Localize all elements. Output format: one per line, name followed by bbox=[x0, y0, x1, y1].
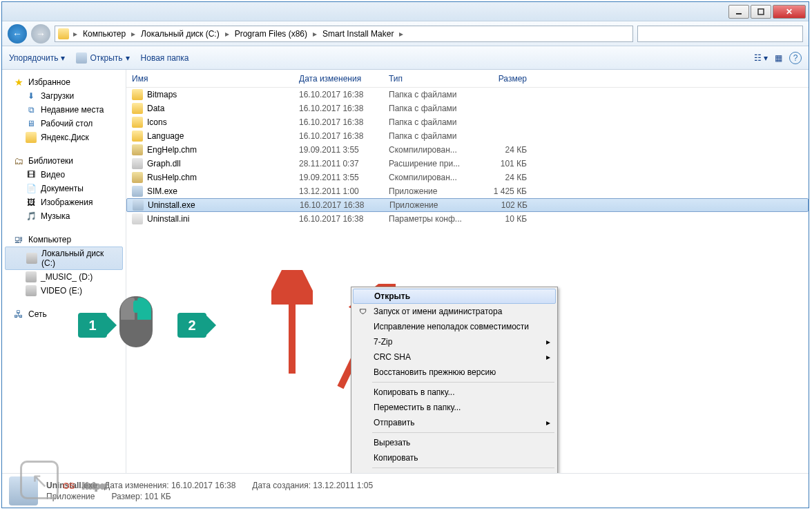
back-button[interactable]: ← bbox=[8, 24, 27, 44]
sidebar-item-drive-c[interactable]: Локальный диск (C:) bbox=[5, 247, 123, 270]
folder-icon bbox=[132, 103, 143, 114]
sidebar-item-drive-e[interactable]: VIDEO (E:) bbox=[2, 284, 126, 298]
column-headers: Имя Дата изменения Тип Размер bbox=[126, 70, 809, 88]
star-icon: ★ bbox=[13, 77, 24, 88]
file-row[interactable]: Uninstall.exe16.10.2017 16:38Приложение1… bbox=[126, 198, 809, 212]
col-size[interactable]: Размер bbox=[478, 74, 534, 84]
folder-icon bbox=[58, 28, 69, 39]
minimize-button[interactable] bbox=[728, 5, 749, 19]
organize-button[interactable]: Упорядочить ▾ bbox=[9, 53, 65, 63]
col-type[interactable]: Тип bbox=[389, 74, 478, 84]
menu-item[interactable]: CRC SHA▸ bbox=[353, 349, 556, 365]
shield-icon: 🛡 bbox=[357, 306, 368, 317]
forward-button[interactable]: → bbox=[31, 24, 50, 44]
chm-icon bbox=[132, 172, 143, 183]
sidebar-favorites[interactable]: ★Избранное bbox=[2, 75, 126, 89]
menu-item[interactable]: Копировать bbox=[353, 450, 556, 465]
library-icon: 🗂 bbox=[13, 155, 24, 166]
file-row[interactable]: Data16.10.2017 16:38Папка с файлами bbox=[126, 102, 809, 115]
file-row[interactable]: Graph.dll28.11.2011 0:37Расширение при..… bbox=[126, 157, 809, 171]
picture-icon: 🖼 bbox=[26, 197, 37, 208]
music-icon: 🎵 bbox=[26, 211, 37, 222]
sidebar-libraries[interactable]: 🗂Библиотеки bbox=[2, 154, 126, 168]
context-menu: Открыть🛡Запуск от имени администратораИс… bbox=[351, 287, 558, 473]
crumb-drive[interactable]: Локальный диск (C:) bbox=[139, 29, 221, 39]
file-row[interactable]: RusHelp.chm19.09.2011 3:55Скомпилирован.… bbox=[126, 171, 809, 184]
recent-icon: ⧉ bbox=[26, 104, 37, 115]
sidebar: ★Избранное ⬇Загрузки ⧉Недавние места 🖥Ра… bbox=[2, 70, 126, 473]
help-button[interactable]: ? bbox=[789, 52, 802, 64]
view-button[interactable]: ☷ ▾ bbox=[754, 53, 768, 63]
sidebar-item-desktop[interactable]: 🖥Рабочий стол bbox=[2, 117, 126, 131]
sidebar-item-drive-d[interactable]: _MUSIC_ (D:) bbox=[2, 270, 126, 284]
sidebar-item-music[interactable]: 🎵Музыка bbox=[2, 209, 126, 223]
folder-icon bbox=[26, 132, 37, 143]
file-row[interactable]: SIM.exe13.12.2011 1:00Приложение1 425 КБ bbox=[126, 184, 809, 198]
file-row[interactable]: Uninstall.ini16.10.2017 16:38Параметры к… bbox=[126, 212, 809, 226]
titlebar: ✕ bbox=[2, 2, 809, 21]
file-row[interactable]: Language16.10.2017 16:38Папка с файлами bbox=[126, 129, 809, 143]
folder-icon bbox=[132, 89, 143, 100]
sidebar-item-recent[interactable]: ⧉Недавние места bbox=[2, 103, 126, 117]
ini-icon bbox=[132, 213, 143, 224]
status-file-icon bbox=[9, 476, 38, 505]
folder-icon bbox=[132, 117, 143, 128]
drive-icon bbox=[26, 253, 37, 264]
video-icon: 🎞 bbox=[26, 169, 37, 180]
explorer-window: ✕ ← → ▸ Компьютер▸ Локальный диск (C:)▸ … bbox=[1, 1, 809, 508]
file-row[interactable]: Icons16.10.2017 16:38Папка с файлами bbox=[126, 115, 809, 129]
sidebar-item-yandex[interactable]: Яндекс.Диск bbox=[2, 131, 126, 144]
close-button[interactable]: ✕ bbox=[773, 5, 806, 19]
menu-item[interactable]: Отправить▸ bbox=[353, 415, 556, 430]
svg-rect-1 bbox=[758, 9, 764, 15]
sidebar-item-pictures[interactable]: 🖼Изображения bbox=[2, 195, 126, 209]
sidebar-item-video[interactable]: 🎞Видео bbox=[2, 168, 126, 182]
desktop-icon: 🖥 bbox=[26, 118, 37, 129]
network-icon: 🖧 bbox=[13, 309, 24, 320]
nav-bar: ← → ▸ Компьютер▸ Локальный диск (C:)▸ Pr… bbox=[2, 21, 809, 46]
file-row[interactable]: EngHelp.chm19.09.2011 3:55Скомпилирован.… bbox=[126, 143, 809, 157]
preview-button[interactable]: ▦ bbox=[775, 53, 782, 63]
exe-icon bbox=[132, 186, 143, 197]
menu-item[interactable]: Вырезать bbox=[353, 435, 556, 450]
drive-icon bbox=[26, 285, 37, 296]
sidebar-computer[interactable]: 🖳Компьютер bbox=[2, 233, 126, 247]
menu-item[interactable]: Исправление неполадок совместимости bbox=[353, 319, 556, 334]
folder-icon bbox=[132, 131, 143, 142]
menu-item[interactable]: 🛡Запуск от имени администратора bbox=[353, 304, 556, 319]
menu-item[interactable]: Создать ярлык bbox=[353, 470, 556, 473]
crumb-programfiles[interactable]: Program Files (x86) bbox=[233, 29, 309, 39]
menu-item[interactable]: Копировать в папку... bbox=[353, 385, 556, 400]
menu-item[interactable]: Переместить в папку... bbox=[353, 400, 556, 415]
app-icon bbox=[76, 52, 87, 64]
address-bar[interactable]: ▸ Компьютер▸ Локальный диск (C:)▸ Progra… bbox=[55, 26, 633, 42]
computer-icon: 🖳 bbox=[13, 234, 24, 245]
newfolder-button[interactable]: Новая папка bbox=[141, 53, 189, 63]
sidebar-item-downloads[interactable]: ⬇Загрузки bbox=[2, 89, 126, 103]
document-icon: 📄 bbox=[26, 183, 37, 194]
sidebar-item-documents[interactable]: 📄Документы bbox=[2, 182, 126, 195]
annotation-badge-2: 2 bbox=[177, 313, 206, 338]
toolbar: Упорядочить ▾ Открыть ▾ Новая папка ☷ ▾ … bbox=[2, 46, 809, 70]
exe-icon bbox=[133, 200, 144, 211]
col-name[interactable]: Имя bbox=[126, 74, 299, 84]
dll-icon bbox=[132, 158, 143, 169]
status-bar: Uninstall.exe Дата изменения: 16.10.2017… bbox=[2, 473, 809, 508]
crumb-computer[interactable]: Компьютер bbox=[81, 29, 127, 39]
annotation-badge-1: 1 bbox=[78, 313, 107, 338]
file-row[interactable]: Bitmaps16.10.2017 16:38Папка с файлами bbox=[126, 88, 809, 102]
menu-item[interactable]: Восстановить прежнюю версию bbox=[353, 365, 556, 380]
menu-item[interactable]: Открыть bbox=[353, 289, 556, 304]
download-icon: ⬇ bbox=[26, 90, 37, 102]
open-button[interactable]: Открыть ▾ bbox=[76, 52, 129, 64]
maximize-button[interactable] bbox=[751, 5, 771, 19]
col-date[interactable]: Дата изменения bbox=[299, 74, 389, 84]
crumb-folder[interactable]: Smart Install Maker bbox=[321, 29, 395, 39]
file-pane: Имя Дата изменения Тип Размер Bitmaps16.… bbox=[126, 70, 809, 473]
chm-icon bbox=[132, 144, 143, 155]
content-area: ★Избранное ⬇Загрузки ⧉Недавние места 🖥Ра… bbox=[2, 70, 809, 473]
drive-icon bbox=[26, 271, 37, 282]
annotation-mouse-icon bbox=[119, 296, 153, 347]
search-input[interactable] bbox=[637, 26, 803, 42]
menu-item[interactable]: 7-Zip▸ bbox=[353, 334, 556, 349]
